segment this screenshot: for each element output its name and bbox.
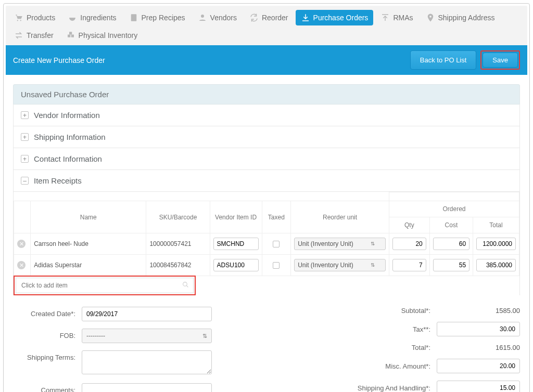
- total-input[interactable]: [476, 259, 516, 271]
- accordion-label: Contact Information: [34, 154, 102, 163]
- bowl-icon: [68, 13, 77, 22]
- nav-label: Vendors: [210, 14, 237, 22]
- select-value: ---------: [86, 332, 105, 339]
- fob-label: FOB:: [13, 329, 75, 339]
- vendor-icon: [198, 13, 207, 22]
- cell-name: Carrson heel- Nude: [31, 233, 146, 255]
- svg-point-4: [429, 16, 432, 18]
- nav-label: Reorder: [262, 14, 288, 22]
- nav-rmas[interactable]: RMAs: [375, 10, 418, 25]
- created-date-input[interactable]: [82, 307, 212, 321]
- accordion-contact-info[interactable]: + Contact Information: [13, 148, 520, 170]
- qty-input[interactable]: [392, 238, 426, 250]
- search-icon[interactable]: [182, 281, 189, 290]
- accordion-label: Item Receipts: [34, 176, 82, 185]
- col-reorder-unit: Reorder unit: [291, 201, 389, 233]
- chevron-updown-icon: ⇅: [371, 241, 375, 246]
- select-value: Unit (Inventory Unit): [298, 240, 353, 247]
- save-button[interactable]: Save: [483, 53, 518, 68]
- accordion-item-receipts[interactable]: – Item Receipts: [13, 170, 520, 192]
- subtotal-value: 1585.00: [437, 307, 520, 315]
- boxes-icon: [66, 31, 75, 40]
- shipping-terms-textarea[interactable]: [82, 350, 212, 374]
- svg-point-3: [201, 15, 204, 18]
- cell-sku: 100000057421: [146, 233, 210, 255]
- comments-textarea[interactable]: [82, 383, 212, 392]
- nav-vendors[interactable]: Vendors: [193, 10, 242, 25]
- page-header-bar: Create New Purchase Order Back to PO Lis…: [6, 45, 527, 75]
- remove-row-icon[interactable]: ✕: [17, 240, 26, 248]
- nav-label: Physical Inventory: [79, 31, 138, 40]
- nav-purchase-orders[interactable]: Purchase Orders: [296, 10, 374, 25]
- nav-ingredients[interactable]: Ingredients: [62, 10, 121, 25]
- cost-input[interactable]: [433, 259, 469, 271]
- nav-label: Transfer: [27, 31, 54, 40]
- cost-input[interactable]: [433, 238, 469, 250]
- tax-label: Tax**:: [413, 325, 430, 333]
- col-ordered: Ordered: [389, 201, 519, 217]
- reorder-unit-select[interactable]: Unit (Inventory Unit)⇅: [294, 238, 386, 250]
- nav-shipping-address[interactable]: Shipping Address: [421, 10, 500, 25]
- taxed-checkbox[interactable]: [273, 262, 280, 269]
- qty-input[interactable]: [392, 259, 426, 271]
- shipping-label: Shipping And Handling*:: [358, 384, 430, 392]
- nav-label: Purchase Orders: [313, 14, 369, 22]
- expand-icon: +: [21, 111, 29, 119]
- nav-products[interactable]: Products: [9, 10, 60, 25]
- svg-rect-6: [71, 35, 73, 37]
- download-icon: [301, 13, 310, 22]
- expand-icon: +: [21, 133, 29, 141]
- page-title: Create New Purchase Order: [13, 56, 105, 64]
- upload-icon: [380, 13, 390, 22]
- subtotal-label: Subtotal*:: [401, 307, 430, 315]
- chevron-updown-icon: ⇅: [202, 333, 207, 339]
- fob-select[interactable]: --------- ⇅: [82, 329, 212, 343]
- total-input[interactable]: [476, 238, 516, 250]
- cell-name: Adidas Superstar: [31, 255, 146, 276]
- accordion-shipping-info[interactable]: + Shipping Information: [13, 126, 520, 148]
- nav-label: Products: [27, 14, 55, 22]
- col-sku: SKU/Barcode: [146, 201, 210, 233]
- table-row: ✕ Adidas Superstar 100084567842 Unit (In…: [14, 255, 519, 276]
- accordion-label: Shipping Information: [34, 133, 106, 141]
- shipping-terms-label: Shipping Terms:: [13, 350, 75, 361]
- nav-label: Ingredients: [80, 14, 116, 22]
- cell-sku: 100084567842: [146, 255, 210, 276]
- panel-title: Unsaved Purchase Order: [13, 84, 520, 104]
- remove-row-icon[interactable]: ✕: [17, 261, 26, 269]
- cart-icon: [14, 13, 23, 22]
- nav-transfer[interactable]: Transfer: [9, 28, 59, 43]
- nav-reorder[interactable]: Reorder: [244, 10, 294, 25]
- select-value: Unit (Inventory Unit): [298, 262, 353, 269]
- expand-icon: +: [21, 155, 29, 163]
- collapse-icon: –: [21, 177, 29, 185]
- vendor-item-input[interactable]: [213, 259, 259, 271]
- note-icon: [129, 13, 138, 22]
- accordion-vendor-info[interactable]: + Vendor Information: [13, 104, 520, 126]
- tax-input[interactable]: [437, 322, 520, 336]
- add-item-input[interactable]: [20, 281, 182, 290]
- accordion-label: Vendor Information: [34, 111, 100, 120]
- nav-prep-recipes[interactable]: Prep Recipes: [124, 10, 191, 25]
- total-value: 1615.00: [437, 344, 520, 351]
- col-vendor-item: Vendor Item ID: [210, 201, 262, 233]
- back-to-po-list-button[interactable]: Back to PO List: [410, 50, 477, 70]
- taxed-checkbox[interactable]: [273, 241, 280, 247]
- reorder-icon: [249, 13, 259, 22]
- shipping-input[interactable]: [437, 381, 520, 392]
- top-navigation: Products Ingredients Prep Recipes Vendor…: [6, 6, 527, 45]
- col-qty: Qty: [389, 217, 429, 233]
- svg-point-8: [183, 282, 187, 286]
- nav-label: RMAs: [393, 14, 413, 22]
- comments-label: Comments:: [13, 383, 75, 392]
- save-highlight: Save: [480, 50, 520, 70]
- vendor-item-input[interactable]: [213, 238, 259, 250]
- table-row: ✕ Carrson heel- Nude 100000057421 Unit (…: [14, 233, 519, 255]
- reorder-unit-select[interactable]: Unit (Inventory Unit)⇅: [294, 259, 386, 271]
- pin-icon: [426, 13, 435, 22]
- misc-input[interactable]: [437, 359, 520, 373]
- add-item-highlight: [14, 276, 196, 295]
- created-date-label: Created Date*:: [13, 307, 75, 318]
- misc-label: Misc. Amount*:: [385, 362, 430, 370]
- nav-physical-inventory[interactable]: Physical Inventory: [61, 28, 143, 43]
